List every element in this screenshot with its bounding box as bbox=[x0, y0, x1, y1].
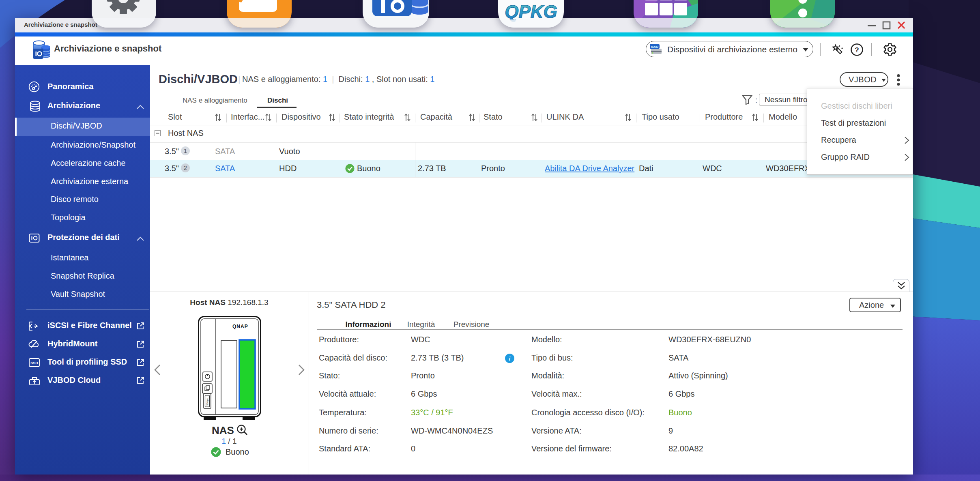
svg-text:QNAP: QNAP bbox=[232, 324, 248, 329]
svg-text:QPKG: QPKG bbox=[505, 2, 557, 21]
svg-text:SSD: SSD bbox=[30, 361, 38, 365]
svg-text:RAID: RAID bbox=[651, 45, 659, 49]
svg-text:i: i bbox=[509, 356, 511, 362]
svg-text:5Gbps: 5Gbps bbox=[206, 398, 208, 406]
svg-text:?: ? bbox=[855, 46, 859, 54]
